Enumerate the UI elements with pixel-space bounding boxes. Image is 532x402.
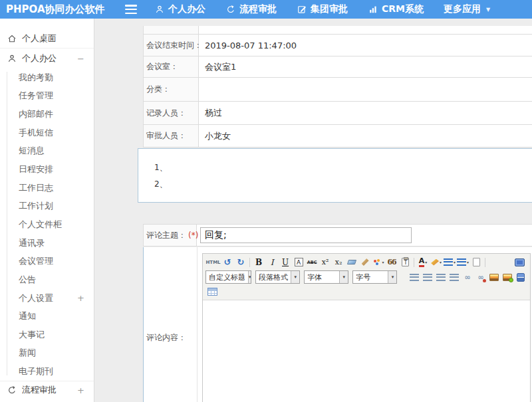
sidebar-item-meeting-management[interactable]: 会议管理	[0, 252, 94, 270]
new-page-icon[interactable]	[470, 256, 483, 268]
sidebar-item-personal-settings[interactable]: 个人设置+	[0, 289, 94, 308]
strikethrough-icon[interactable]: ABC	[306, 256, 319, 268]
form-value: 会议室1	[199, 56, 532, 77]
edit-icon	[297, 5, 307, 15]
blockquote-icon: 66	[387, 258, 396, 266]
form-label	[144, 26, 199, 34]
redo-icon[interactable]: ↻	[235, 256, 247, 268]
nav-item-label: 流程审批	[239, 3, 277, 15]
phpoa-app: PHPOA协同办公软件 个人办公流程审批集团审批CRM系统更多应用▼ 个人桌面个…	[0, 0, 532, 402]
sidebar-item-work-plan[interactable]: 工作计划	[0, 197, 94, 215]
media-icon[interactable]	[514, 271, 527, 283]
sidebar-item-work-diary[interactable]: 工作日志	[0, 179, 94, 197]
toolbar-row-1: HTML↺↻BIUAABCx²x₂▾66A▾▾▾▾	[205, 255, 527, 269]
sidebar: 个人桌面个人办公−我的考勤任务管理内部邮件手机短信短消息日程安排工作日志工作计划…	[0, 19, 94, 402]
align-left-icon[interactable]	[408, 271, 420, 283]
form-label: 审批人员：	[144, 125, 199, 147]
nav-item-workflow-approval[interactable]: 流程审批	[225, 3, 277, 15]
flow-icon	[225, 5, 235, 15]
caret-down-icon: ▾	[388, 271, 396, 283]
form-value: 2019-08-07 11:47:00	[199, 35, 532, 56]
source-html-icon[interactable]: HTML	[206, 256, 221, 268]
comment-content-section: 评论内容： HTML↺↻BIUAABCx²x₂▾66A▾▾▾▾ 自定义标题▾段落…	[143, 247, 532, 402]
color-palette-icon[interactable]: ▾	[372, 256, 385, 268]
sidebar-item-personal-desktop[interactable]: 个人桌面	[0, 29, 94, 49]
unordered-list-icon[interactable]: ▾	[457, 256, 469, 268]
highlight-pen-icon	[431, 259, 439, 266]
font-dialog-icon[interactable]: A	[293, 256, 305, 268]
sidebar-item-news[interactable]: 新闻	[0, 344, 94, 363]
sidebar-item-short-message[interactable]: 短消息	[0, 142, 94, 161]
italic-icon[interactable]: I	[266, 256, 279, 268]
underline-icon[interactable]: U	[279, 256, 292, 268]
align-right-icon[interactable]	[434, 271, 447, 283]
flash-image-icon[interactable]	[501, 271, 513, 283]
ordered-list-icon[interactable]: ▾	[444, 256, 456, 268]
format-brush-icon	[362, 258, 369, 266]
expand-icon[interactable]: +	[77, 385, 84, 395]
sidebar-item-label: 内部邮件	[19, 108, 53, 120]
expand-icon[interactable]: +	[77, 293, 84, 303]
sidebar-item-workflow-approval[interactable]: 流程审批+	[0, 381, 94, 399]
format-brush-icon[interactable]	[359, 256, 372, 268]
sidebar-item-label: 我的考勤	[19, 72, 53, 84]
paste-icon[interactable]	[399, 256, 412, 268]
align-justify-icon[interactable]	[448, 271, 460, 283]
sidebar-item-contacts[interactable]: 通讯录	[0, 234, 94, 252]
nav-item-more-apps[interactable]: 更多应用▼	[444, 3, 490, 15]
sidebar-item-label: 任务管理	[19, 90, 53, 102]
caret-down-icon: ▾	[291, 271, 299, 283]
subject-label-text: 评论主题：	[146, 230, 186, 241]
sidebar-item-label: 个人桌面	[22, 33, 57, 45]
sidebar-item-task-management[interactable]: 任务管理	[0, 87, 94, 106]
subscript-icon[interactable]: x₂	[332, 256, 345, 268]
align-center-icon[interactable]	[421, 271, 434, 283]
sidebar-item-schedule[interactable]: 日程安排	[0, 160, 94, 179]
sidebar-item-e-journal[interactable]: 电子期刊	[0, 362, 94, 381]
sidebar-item-mobile-sms[interactable]: 手机短信	[0, 124, 94, 142]
sidebar-item-label: 个人办公	[22, 52, 57, 64]
image-icon[interactable]	[487, 271, 500, 283]
caret-down-icon: ▾	[440, 260, 442, 264]
caret-down-icon: ▾	[467, 260, 469, 264]
editor-content-area[interactable]	[203, 300, 530, 402]
italic-icon: I	[271, 258, 274, 267]
table-grid-icon[interactable]	[206, 286, 219, 298]
highlight-pen-icon[interactable]: ▾	[430, 256, 443, 268]
select-label: 字体	[305, 272, 339, 282]
font-size-select[interactable]: 字号▾	[352, 270, 397, 284]
meeting-notes-box[interactable]: 1、2、	[138, 148, 532, 203]
sidebar-item-personal-office[interactable]: 个人办公−	[0, 49, 94, 68]
comment-content-label: 评论内容：	[146, 332, 186, 344]
collapse-icon[interactable]: −	[77, 54, 84, 64]
font-family-select[interactable]: 字体▾	[304, 270, 348, 284]
fullscreen-icon[interactable]	[513, 256, 526, 268]
align-center-icon	[423, 274, 432, 281]
comment-subject-cell	[197, 225, 532, 246]
sidebar-item-my-attendance[interactable]: 我的考勤	[0, 68, 94, 87]
sidebar-item-internal-mail[interactable]: 内部邮件	[0, 105, 94, 124]
sidebar-item-label: 公告	[19, 274, 36, 286]
unlink-icon[interactable]: ∞	[474, 271, 487, 283]
comment-subject-input[interactable]	[200, 227, 412, 243]
caret-down-icon: ▾	[425, 260, 427, 264]
sidebar-item-big-events[interactable]: 大事记	[0, 326, 94, 344]
blockquote-icon[interactable]: 66	[386, 256, 398, 268]
nav-item-crm-system[interactable]: CRM系统	[368, 3, 424, 15]
nav-item-personal-office[interactable]: 个人办公	[154, 3, 205, 15]
hamburger-icon[interactable]	[125, 5, 137, 14]
sidebar-item-announcement[interactable]: 公告	[0, 270, 94, 289]
eraser-icon[interactable]	[346, 256, 358, 268]
superscript-icon[interactable]: x²	[319, 256, 332, 268]
undo-icon[interactable]: ↺	[221, 256, 234, 268]
bold-icon[interactable]: B	[253, 256, 265, 268]
sidebar-item-notice[interactable]: 通知	[0, 307, 94, 326]
undo-icon: ↺	[224, 258, 231, 266]
nav-item-group-approval[interactable]: 集团审批	[297, 3, 348, 15]
heading-select[interactable]: 自定义标题▾	[205, 270, 251, 284]
paragraph-format-select[interactable]: 段落格式▾	[255, 270, 300, 284]
sidebar-item-personal-file-cabinet[interactable]: 个人文件柜	[0, 215, 94, 234]
font-color-icon[interactable]: A▾	[417, 256, 430, 268]
link-icon[interactable]: ∞	[461, 271, 473, 283]
toolbar-separator	[249, 258, 250, 267]
